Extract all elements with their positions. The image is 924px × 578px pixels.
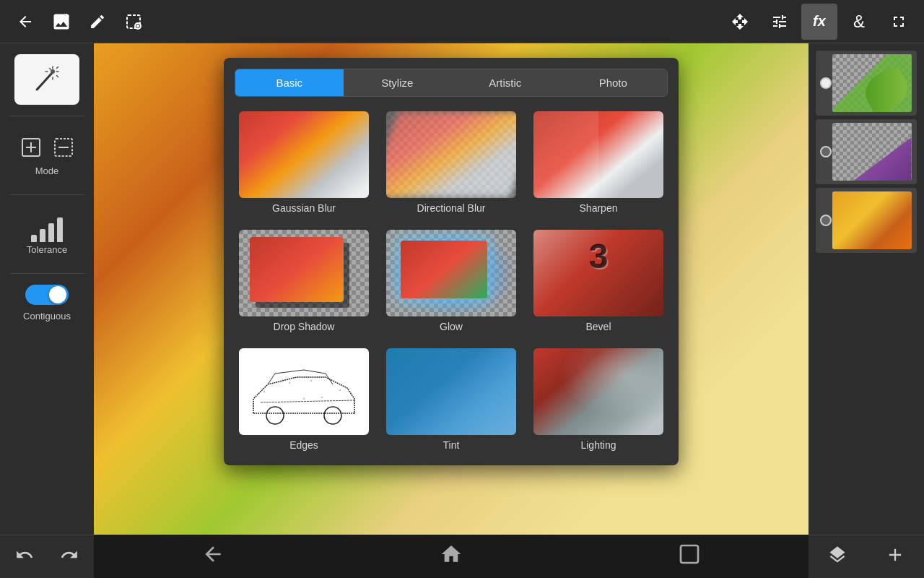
layer-thumbnail-2: [832, 123, 912, 181]
effect-label-lighting: Lighting: [580, 439, 616, 451]
divider-1: [9, 116, 84, 116]
layer-item-3[interactable]: [816, 188, 917, 253]
tab-basic[interactable]: Basic: [235, 69, 344, 96]
effect-sharpen[interactable]: Sharpen: [529, 108, 668, 217]
layer-thumbnail-3: [832, 191, 912, 249]
layer-thumbnail-1: [832, 54, 912, 112]
effect-thumb-edges: [239, 348, 369, 435]
svg-point-9: [289, 382, 290, 384]
effect-edges[interactable]: Edges: [235, 345, 373, 454]
contiguous-label: Contiguous: [23, 311, 71, 322]
svg-rect-5: [681, 545, 698, 563]
effect-glow[interactable]: Glow: [382, 226, 520, 336]
add-layer-button[interactable]: [885, 545, 905, 569]
svg-point-6: [266, 407, 284, 424]
effect-thumb-sharpen: [533, 111, 663, 198]
svg-point-12: [278, 402, 279, 403]
effect-thumb-gaussian: [239, 111, 369, 198]
back-nav-button[interactable]: [187, 539, 239, 574]
fx-modal: Basic Stylize Artistic Photo Gaussian Bl…: [94, 43, 808, 535]
effect-label-edges: Edges: [289, 439, 318, 451]
svg-point-14: [321, 397, 323, 398]
effect-label-dropshadow: Drop Shadow: [274, 321, 335, 332]
svg-point-7: [324, 407, 341, 424]
recent-nav-button[interactable]: [663, 539, 715, 574]
effect-label-directional: Directional Blur: [417, 202, 486, 214]
left-sidebar: Mode Tolerance Contiguous: [0, 43, 94, 535]
effect-thumb-bevel: 3: [533, 230, 663, 316]
fx-button[interactable]: fx: [801, 4, 837, 40]
svg-point-10: [310, 380, 312, 381]
bottom-nav: [94, 535, 808, 578]
layers-button[interactable]: [827, 545, 847, 569]
effect-tint[interactable]: Tint: [382, 345, 520, 454]
effect-thumb-directional: [386, 111, 516, 198]
tolerance-section: Tolerance: [0, 206, 94, 262]
undo-button[interactable]: [9, 540, 40, 574]
back-button[interactable]: [7, 4, 43, 40]
layer-radio-2: [820, 146, 832, 158]
magic-wand-button[interactable]: [14, 54, 79, 105]
tab-photo[interactable]: Photo: [559, 69, 668, 96]
fx-panel: Basic Stylize Artistic Photo Gaussian Bl…: [224, 58, 679, 465]
effect-thumb-tint: [386, 348, 516, 435]
tolerance-icon[interactable]: [29, 213, 65, 242]
effect-gaussian-blur[interactable]: Gaussian Blur: [235, 108, 373, 217]
effect-thumb-glow: [386, 230, 516, 316]
contiguous-toggle-container: Contiguous: [23, 285, 71, 322]
undo-redo-bar: [0, 535, 94, 578]
top-toolbar: fx &: [0, 0, 924, 43]
fx-tabs: Basic Stylize Artistic Photo: [235, 69, 668, 97]
effect-label-gaussian: Gaussian Blur: [272, 202, 336, 214]
fullscreen-button[interactable]: [881, 4, 917, 40]
layer-item-2[interactable]: [816, 119, 917, 184]
effect-bevel[interactable]: 3 Bevel: [529, 226, 668, 336]
layer-item-1[interactable]: [816, 51, 917, 116]
mode-section: Mode: [0, 127, 94, 184]
fx-grid: Gaussian Blur Directional Blur Sharpen: [235, 108, 668, 454]
effect-label-glow: Glow: [440, 321, 463, 332]
combine-button[interactable]: &: [841, 4, 877, 40]
mode-subtract-button[interactable]: [51, 134, 76, 160]
draw-button[interactable]: [79, 4, 116, 40]
divider-3: [9, 273, 84, 274]
layer-radio-3: [820, 215, 832, 226]
tolerance-label: Tolerance: [27, 244, 67, 255]
effect-label-bevel: Bevel: [585, 321, 611, 332]
home-nav-button[interactable]: [425, 539, 477, 574]
right-bottom-bar: [808, 535, 924, 578]
contiguous-toggle[interactable]: [25, 285, 69, 305]
effect-drop-shadow[interactable]: Drop Shadow: [235, 226, 373, 336]
effect-label-tint: Tint: [443, 439, 460, 451]
selection-button[interactable]: [116, 4, 152, 40]
svg-point-11: [339, 389, 341, 391]
right-panel: [808, 43, 924, 535]
effect-thumb-lighting: [533, 348, 663, 435]
effect-label-sharpen: Sharpen: [580, 202, 618, 214]
effect-lighting[interactable]: Lighting: [529, 345, 668, 454]
svg-point-8: [263, 391, 265, 392]
adjust-button[interactable]: [762, 4, 798, 40]
tab-stylize[interactable]: Stylize: [344, 69, 452, 96]
move-button[interactable]: [722, 4, 758, 40]
redo-button[interactable]: [54, 540, 84, 574]
mode-label: Mode: [35, 165, 59, 176]
effect-directional-blur[interactable]: Directional Blur: [382, 108, 520, 217]
mode-add-button[interactable]: [18, 134, 43, 160]
tab-artistic[interactable]: Artistic: [451, 69, 559, 96]
divider-2: [9, 194, 84, 195]
add-image-button[interactable]: [43, 4, 79, 40]
effect-thumb-dropshadow: [239, 230, 369, 316]
svg-point-13: [303, 398, 305, 400]
layer-radio-1: [820, 77, 832, 89]
